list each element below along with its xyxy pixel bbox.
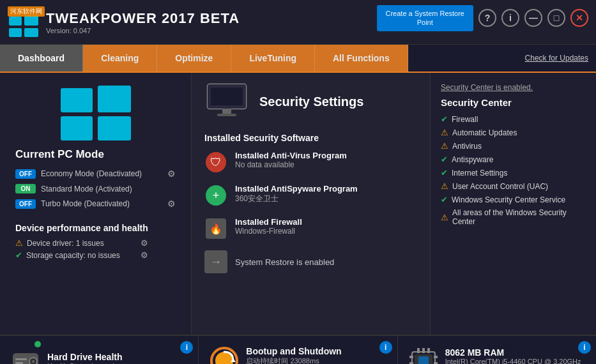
- sc-antispyware-label: Antispyware: [452, 155, 493, 164]
- sc-wsc-ok-icon: ✔: [441, 195, 448, 204]
- sc-antispyware: ✔ Antispyware: [441, 155, 586, 164]
- bootup-info: Bootup and Shutdown 启动持续时间 23088ms 关机持续时…: [246, 346, 341, 364]
- hdd-info: Hard Drive Health Health Status is good.: [47, 352, 122, 364]
- svg-rect-30: [422, 348, 425, 353]
- sc-antivirus-label: Antivirus: [452, 142, 482, 151]
- bootup-info-button[interactable]: i: [379, 341, 392, 354]
- sc-auto-updates-warn-icon: ⚠: [441, 128, 448, 137]
- storage-ok-icon: ✔: [15, 250, 22, 260]
- standard-mode-label: Standard Mode (Activated): [41, 185, 176, 193]
- svg-text:+: +: [213, 189, 220, 202]
- info-button[interactable]: i: [501, 9, 519, 27]
- hdd-status-dot: [34, 341, 41, 347]
- turbo-mode-label: Turbo Mode (Deactivated): [41, 199, 162, 208]
- tab-optimize[interactable]: Optimize: [157, 45, 231, 72]
- sc-all-areas-label: All areas of the Windows Security Center: [452, 208, 586, 226]
- svg-rect-4: [61, 88, 93, 112]
- hdd-info-button[interactable]: i: [180, 341, 193, 354]
- economy-toggle[interactable]: OFF: [15, 169, 36, 179]
- svg-rect-7: [98, 116, 131, 140]
- app-title: TWEAKPOWER 2017 BETA: [46, 10, 240, 27]
- current-pc-mode-title: Current PC Mode: [15, 148, 104, 161]
- antivirus-icon: 🛡: [204, 151, 227, 174]
- svg-rect-39: [418, 356, 429, 364]
- app-header: 河东软件网 TWEAKPOWER 2017 BETA Version: 0.04…: [0, 0, 596, 45]
- sc-enabled-text[interactable]: Security Center is enabled.: [441, 83, 586, 92]
- sc-firewall-ok-icon: ✔: [441, 114, 448, 124]
- firewall-value: Windows-Firewall: [235, 227, 302, 236]
- sc-uac: ⚠ User Account Control (UAC): [441, 181, 586, 191]
- tab-dashboard[interactable]: Dashboard: [0, 45, 83, 72]
- hdd-icon: [10, 345, 41, 364]
- turbo-toggle[interactable]: OFF: [15, 199, 36, 209]
- svg-rect-2: [9, 28, 22, 37]
- check-updates-link[interactable]: Check for Updates: [525, 54, 588, 63]
- svg-rect-22: [15, 358, 27, 360]
- storage-text: Storage capacity: no issues: [26, 251, 120, 260]
- restore-row: → System Restore is enabled: [204, 250, 417, 273]
- center-panel: Security Settings Installed Security Sof…: [192, 73, 430, 335]
- maximize-button[interactable]: □: [547, 9, 565, 27]
- create-restore-button[interactable]: Create a System Restore Point: [377, 5, 474, 31]
- firewall-details: Installed Firewall Windows-Firewall: [235, 217, 302, 236]
- svg-point-21: [32, 360, 34, 363]
- security-header: Security Settings: [204, 83, 417, 120]
- left-panel: Current PC Mode OFF Economy Mode (Deacti…: [0, 73, 192, 335]
- sc-antispyware-ok-icon: ✔: [441, 155, 448, 164]
- app-title-area: TWEAKPOWER 2017 BETA Version: 0.047: [46, 10, 240, 34]
- cpu-icon: [408, 345, 439, 364]
- ram-line1: Intel(R) Core(TM) i5-4460 CPU @ 3.20GHz: [445, 358, 581, 365]
- economy-gear-icon[interactable]: ⚙: [167, 169, 176, 179]
- device-section-title: Device performance and health: [15, 223, 148, 233]
- minimize-button[interactable]: —: [524, 9, 542, 27]
- antivirus-value: No data available: [235, 160, 347, 169]
- device-section: Device performance and health ⚠ Device d…: [15, 223, 148, 262]
- installed-sw-title: Installed Security Software: [204, 133, 417, 143]
- sc-internet-label: Internet Settings: [452, 169, 507, 178]
- sc-all-areas: ⚠ All areas of the Windows Security Cent…: [441, 208, 586, 226]
- security-center-panel: Security Center is enabled. Security Cen…: [430, 73, 596, 335]
- firewall-name: Installed Firewall: [235, 217, 302, 227]
- app-version: Version: 0.047: [46, 27, 240, 34]
- svg-rect-0: [9, 17, 22, 26]
- sc-all-areas-warn-icon: ⚠: [441, 213, 448, 222]
- sc-title: Security Center: [441, 97, 586, 108]
- sc-auto-updates-label: Automatic Updates: [452, 128, 517, 137]
- device-gear-icon[interactable]: ⚙: [141, 238, 148, 248]
- tab-cleaning[interactable]: Cleaning: [83, 45, 157, 72]
- antispyware-item: + Installed AntiSpyware Program 360安全卫士: [204, 184, 417, 207]
- sc-antivirus: ⚠ Antivirus: [441, 141, 586, 151]
- tab-livetuning[interactable]: LiveTuning: [231, 45, 315, 72]
- device-driver-row: ⚠ Device driver: 1 issues ⚙: [15, 238, 148, 248]
- help-button[interactable]: ?: [478, 9, 496, 27]
- ram-info: 8062 MB RAM Intel(R) Core(TM) i5-4460 CP…: [445, 347, 581, 365]
- ram-info-button[interactable]: i: [578, 341, 591, 354]
- svg-rect-11: [222, 109, 231, 114]
- antispyware-name: Installed AntiSpyware Program: [235, 184, 358, 193]
- security-title: Security Settings: [259, 95, 363, 109]
- storage-gear-icon[interactable]: ⚙: [141, 250, 148, 260]
- economy-mode-row: OFF Economy Mode (Deactivated) ⚙: [15, 169, 176, 179]
- antivirus-name: Installed Anti-Virus Program: [235, 151, 347, 160]
- nav-bar: Dashboard Cleaning Optimize LiveTuning A…: [0, 45, 596, 73]
- sc-internet-settings: ✔ Internet Settings: [441, 168, 586, 178]
- restore-arrow-icon: →: [204, 250, 227, 273]
- footer-bootup-section: Bootup and Shutdown 启动持续时间 23088ms 关机持续时…: [199, 336, 397, 364]
- svg-rect-31: [427, 348, 430, 353]
- close-button[interactable]: ✕: [570, 9, 588, 27]
- device-driver-text: Device driver: 1 issues: [27, 239, 104, 248]
- sc-auto-updates: ⚠ Automatic Updates: [441, 128, 586, 137]
- antivirus-item: 🛡 Installed Anti-Virus Program No data a…: [204, 151, 417, 174]
- turbo-gear-icon[interactable]: ⚙: [167, 199, 176, 209]
- sc-antivirus-warn-icon: ⚠: [441, 141, 448, 151]
- antispyware-details: Installed AntiSpyware Program 360安全卫士: [235, 184, 358, 204]
- standard-toggle[interactable]: ON: [15, 184, 36, 193]
- svg-rect-29: [417, 348, 420, 353]
- standard-mode-row: ON Standard Mode (Activated): [15, 184, 176, 193]
- header-controls: Create a System Restore Point ? i — □ ✕: [377, 5, 589, 31]
- logo-area: 河东软件网 TWEAKPOWER 2017 BETA Version: 0.04…: [8, 6, 240, 38]
- svg-rect-12: [217, 114, 236, 116]
- tab-allfunctions[interactable]: All Functions: [315, 45, 408, 72]
- svg-rect-6: [61, 116, 93, 140]
- antispyware-icon: +: [204, 184, 227, 207]
